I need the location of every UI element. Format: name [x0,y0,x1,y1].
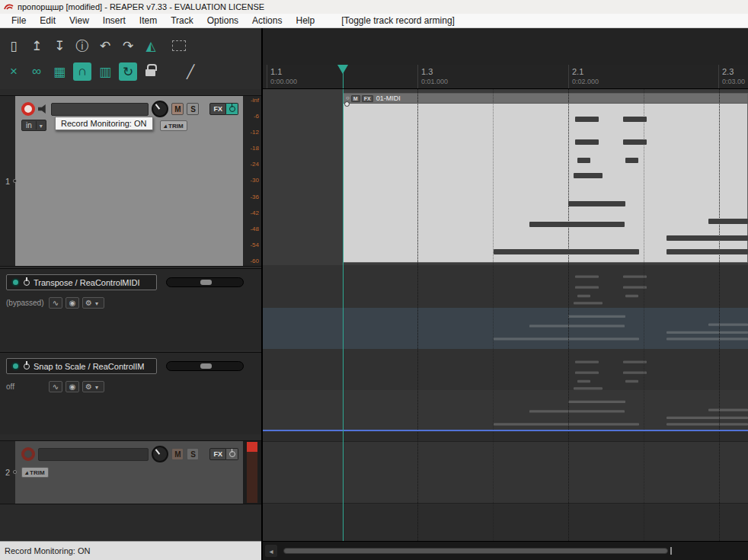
auto-crossfade-icon[interactable]: × [5,62,23,81]
undo-icon[interactable]: ↶ [96,37,114,55]
db-label: -24 [243,162,259,168]
envelope-display-button[interactable]: ◉ [66,297,79,309]
slider-handle[interactable] [200,280,212,285]
new-project-icon[interactable]: ▯ [5,37,23,55]
track2-name-field[interactable] [38,448,149,461]
track2-trim-envelope-button[interactable]: TRIM [21,467,49,478]
scrollbar-thumb[interactable] [283,548,668,554]
save-project-icon[interactable]: ↧ [50,37,69,55]
scroll-left-button[interactable] [265,545,277,557]
redo-icon[interactable]: ↷ [119,37,137,55]
midi-note[interactable] [666,235,748,241]
mouse-modifier-icon[interactable]: ╱ [181,62,200,81]
db-scale: -inf-6-12-18-24-30-36-42-48-54-60 [243,96,261,266]
midi-note[interactable] [577,158,590,163]
chevron-down-icon [92,299,101,307]
track2-fx-power-button[interactable] [226,448,238,460]
loop-toggle-icon[interactable]: ↻ [119,62,137,81]
track1-volume-knob[interactable] [152,101,168,117]
midi-note[interactable] [529,222,625,227]
track2-fx-chip: FX [209,448,238,460]
menu-item-item[interactable]: Item [133,15,164,26]
horizontal-scrollbar[interactable] [263,541,748,560]
timeline-ruler[interactable]: 1.10:00.0001.30:01.0002.10:02.0002.30:03… [263,65,748,89]
midi-note[interactable] [623,117,647,122]
toolbar-row-1: ▯↥↧ⓘ↶↷◭ [5,33,258,59]
metronome-icon[interactable]: ◭ [142,37,160,55]
midi-note[interactable] [666,249,748,254]
envelope-active-dot[interactable] [11,362,20,370]
track2-io-dot[interactable] [13,470,17,474]
envelope-active-dot[interactable] [11,278,20,286]
grid-toggle-icon[interactable]: ▥ [96,62,114,81]
lock-icon[interactable] [142,62,160,81]
envelope-settings-button[interactable]: ⚙ [82,381,104,392]
midi-note[interactable] [574,173,603,178]
track1-io-dot[interactable] [13,179,17,183]
envelope-display-button[interactable]: ◉ [66,381,79,392]
monitor-speaker-icon[interactable] [38,104,48,114]
track2-fx-button[interactable]: FX [209,448,226,460]
midi-note[interactable] [708,219,748,224]
track2-record-arm-button[interactable] [21,447,35,461]
menu-item-track[interactable]: Track [164,15,200,26]
arrange-area[interactable]: ○ M FX 01-MIDI [263,89,748,541]
meter-bar [247,442,257,503]
midi-note[interactable] [568,201,625,206]
fx-envelope-panel-1: Transpose / ReaControlMIDI (bypassed) ∿ … [0,268,261,350]
item-grouping-icon[interactable]: ∞ [27,62,46,81]
midi-note[interactable] [623,139,647,145]
midi-note[interactable] [575,117,599,122]
fx-slot-2-slider[interactable] [166,361,244,371]
power-icon [24,280,30,286]
marquee-select-icon[interactable] [172,40,186,51]
track-panel-2[interactable]: 2 M S FX [0,440,261,504]
envelope-settings-button[interactable]: ⚙ [82,297,104,309]
track1-name-field[interactable] [51,103,149,116]
menu-item-help[interactable]: Help [289,15,321,26]
menu-item-actions[interactable]: Actions [245,15,289,26]
input-button[interactable]: in [21,120,46,131]
envelope-line[interactable] [263,430,748,431]
track1-solo-button[interactable]: S [187,103,199,115]
envelope-shape-button[interactable]: ∿ [49,381,62,392]
snap-toggle-icon[interactable]: ∩ [73,62,91,81]
playhead-cursor[interactable] [343,89,344,541]
menu-item-insert[interactable]: Insert [96,15,133,26]
track2-mute-button[interactable]: M [171,448,184,460]
track2-volume-knob[interactable] [152,446,168,462]
track1-mute-button[interactable]: M [171,103,184,115]
midi-note[interactable] [575,139,599,145]
open-project-icon[interactable]: ↥ [27,37,46,55]
menu-item-file[interactable]: File [5,15,33,26]
trim-envelope-button[interactable]: TRIM [160,120,187,131]
fx-slot-2-name: Snap to Scale / ReaControlIM [34,362,145,371]
fx-slot-1-button[interactable]: Transpose / ReaControlMIDI [6,274,157,290]
fx-slot-1-slider[interactable] [166,277,244,287]
track1-fx-button[interactable]: FX [209,103,226,115]
chevron-down-icon [92,382,101,391]
slider-handle[interactable] [200,363,212,369]
fx-slot-1-name: Transpose / ReaControlMIDI [34,278,140,287]
menu-item-view[interactable]: View [62,15,96,26]
ripple-edit-icon[interactable]: ▦ [50,62,69,81]
midi-note[interactable] [494,249,639,254]
trim-arrow-icon [25,469,28,476]
track2-solo-button[interactable]: S [187,448,199,460]
db-label: -60 [243,258,259,264]
track2-number: 2 [5,468,10,477]
fx-slot-2-button[interactable]: Snap to Scale / ReaControlIM [6,358,157,374]
project-settings-icon[interactable]: ⓘ [73,37,91,55]
menu-item-options[interactable]: Options [200,15,245,26]
midi-note[interactable] [625,158,638,163]
playhead-marker[interactable] [337,65,348,74]
track-panel-1[interactable]: 1 M S FX [0,95,261,267]
track1-fx-power-button[interactable] [226,103,238,115]
menu-item-edit[interactable]: Edit [33,15,62,26]
menu-items: FileEditViewInsertItemTrackOptionsAction… [5,15,321,26]
reaper-logo-icon [4,2,14,12]
power-icon [24,363,30,370]
envelope-shape-button[interactable]: ∿ [49,297,62,309]
ruler-marker: 1.10:00.000 [270,67,297,85]
record-arm-button[interactable] [21,102,35,116]
